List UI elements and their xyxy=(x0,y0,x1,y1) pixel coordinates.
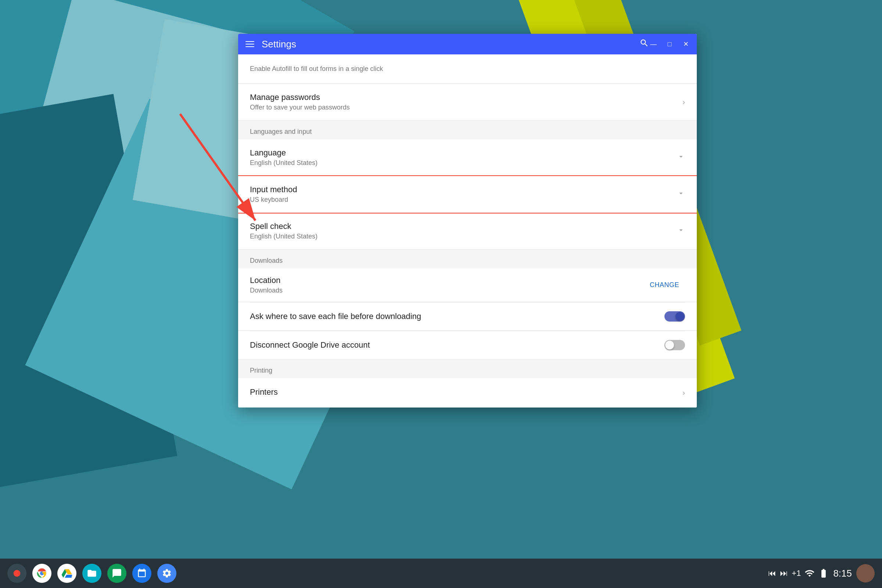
spell-check-text: Spell check English (United States) xyxy=(250,222,677,240)
input-method-title: Input method xyxy=(250,185,677,194)
media-prev-icon[interactable]: ⏮ xyxy=(768,568,776,578)
autofill-subtitle: Enable Autofill to fill out forms in a s… xyxy=(250,65,383,72)
input-method-text: Input method US keyboard xyxy=(250,185,677,204)
window-title: Settings xyxy=(262,39,296,50)
maximize-button[interactable]: □ xyxy=(663,38,676,51)
ask-save-item: Ask where to save each file before downl… xyxy=(238,303,697,331)
printers-text: Printers xyxy=(250,387,682,398)
taskbar-apps xyxy=(8,564,176,583)
printers-item[interactable]: Printers › xyxy=(238,378,697,408)
taskbar-hangouts-button[interactable] xyxy=(107,564,126,583)
location-text: Location Downloads xyxy=(250,276,644,294)
manage-passwords-item[interactable]: Manage passwords Offer to save your web … xyxy=(238,84,697,120)
ask-save-label: Ask where to save each file before downl… xyxy=(250,312,421,321)
manage-passwords-subtitle: Offer to save your web passwords xyxy=(250,104,682,111)
language-text: Language English (United States) xyxy=(250,148,677,167)
disconnect-drive-toggle[interactable] xyxy=(664,340,685,350)
disconnect-drive-label: Disconnect Google Drive account xyxy=(250,340,370,350)
taskbar: ⏮ ⏭ +1 8:15 xyxy=(0,559,882,588)
spell-check-item[interactable]: Spell check English (United States) xyxy=(238,213,697,249)
taskbar-files-button[interactable] xyxy=(82,564,101,583)
change-location-button[interactable]: CHANGE xyxy=(644,278,685,292)
language-subtitle: English (United States) xyxy=(250,159,677,167)
disconnect-drive-toggle-thumb xyxy=(665,340,674,350)
printers-arrow-icon: › xyxy=(682,388,685,397)
autofill-hint-item: Enable Autofill to fill out forms in a s… xyxy=(238,54,697,84)
languages-section-header: Languages and input xyxy=(238,120,697,139)
location-subtitle: Downloads xyxy=(250,286,644,294)
close-button[interactable]: ✕ xyxy=(679,38,692,51)
hamburger-menu-button[interactable] xyxy=(244,40,256,48)
taskbar-calendar-button[interactable] xyxy=(132,564,152,583)
taskbar-right: ⏮ ⏭ +1 8:15 xyxy=(768,564,874,582)
svg-point-2 xyxy=(14,570,21,577)
wifi-icon xyxy=(804,568,815,579)
taskbar-record-button[interactable] xyxy=(8,564,27,583)
spell-check-chevron-icon xyxy=(677,226,685,236)
hamburger-line-1 xyxy=(246,41,254,42)
taskbar-drive-button[interactable] xyxy=(57,564,76,583)
battery-icon xyxy=(818,568,829,579)
system-tray: ⏮ ⏭ +1 xyxy=(768,568,829,579)
media-next-icon[interactable]: ⏭ xyxy=(780,568,788,578)
taskbar-settings-button[interactable] xyxy=(157,564,176,583)
window-title-area: Settings xyxy=(244,39,296,50)
taskbar-time: 8:15 xyxy=(833,568,852,579)
window-controls: — □ ✕ xyxy=(647,38,692,51)
input-method-chevron-icon xyxy=(677,189,685,199)
spell-check-subtitle: English (United States) xyxy=(250,232,677,240)
manage-passwords-title: Manage passwords xyxy=(250,93,682,102)
language-title: Language xyxy=(250,148,677,158)
user-avatar[interactable] xyxy=(856,564,874,582)
printers-title: Printers xyxy=(250,387,682,397)
printing-section-header: Printing xyxy=(238,359,697,378)
manage-passwords-arrow-icon: › xyxy=(682,98,685,106)
minimize-button[interactable]: — xyxy=(647,38,660,51)
spell-check-title: Spell check xyxy=(250,222,677,231)
manage-passwords-text: Manage passwords Offer to save your web … xyxy=(250,93,682,111)
ask-save-toggle[interactable] xyxy=(664,311,685,322)
downloads-section-header: Downloads xyxy=(238,249,697,268)
input-method-subtitle: US keyboard xyxy=(250,196,677,204)
settings-content: Enable Autofill to fill out forms in a s… xyxy=(238,54,697,408)
window-titlebar: Settings — □ ✕ xyxy=(238,34,697,54)
settings-window: Settings — □ ✕ Enable Autofill to fill o xyxy=(238,34,697,408)
language-chevron-icon xyxy=(677,153,685,162)
hamburger-line-3 xyxy=(246,46,254,47)
input-method-item[interactable]: Input method US keyboard xyxy=(238,176,697,213)
taskbar-chrome-button[interactable] xyxy=(32,564,51,583)
language-item[interactable]: Language English (United States) xyxy=(238,139,697,176)
autofill-hint-text: Enable Autofill to fill out forms in a s… xyxy=(250,65,685,73)
notification-count[interactable]: +1 xyxy=(792,568,801,578)
location-title: Location xyxy=(250,276,644,285)
location-item: Location Downloads CHANGE xyxy=(238,268,697,302)
disconnect-drive-item: Disconnect Google Drive account xyxy=(238,331,697,359)
ask-save-toggle-thumb xyxy=(675,312,684,321)
hamburger-line-2 xyxy=(246,44,254,45)
